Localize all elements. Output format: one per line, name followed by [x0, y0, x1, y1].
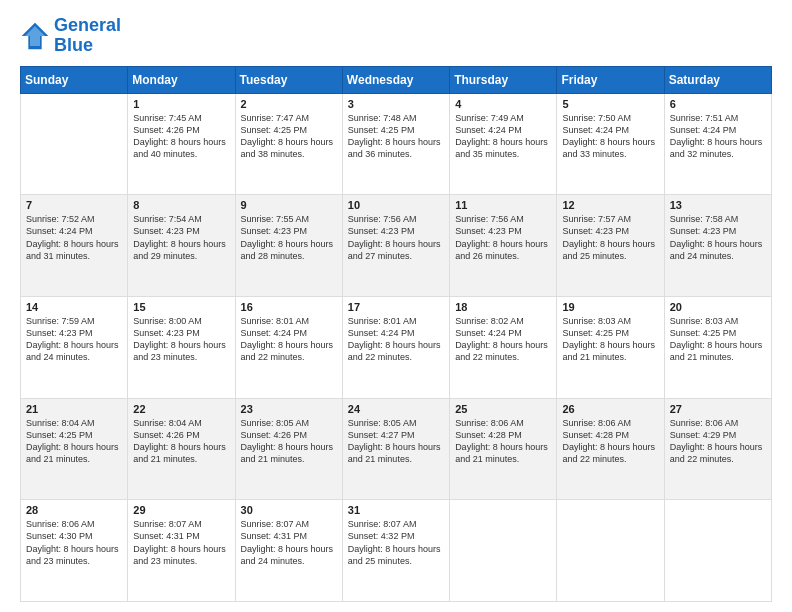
calendar-cell: 18Sunrise: 8:02 AMSunset: 4:24 PMDayligh… — [450, 296, 557, 398]
calendar-cell: 17Sunrise: 8:01 AMSunset: 4:24 PMDayligh… — [342, 296, 449, 398]
day-info: Sunrise: 8:05 AMSunset: 4:26 PMDaylight:… — [241, 417, 337, 466]
day-info: Sunrise: 8:07 AMSunset: 4:31 PMDaylight:… — [133, 518, 229, 567]
day-number: 30 — [241, 504, 337, 516]
day-number: 19 — [562, 301, 658, 313]
day-info: Sunrise: 8:07 AMSunset: 4:31 PMDaylight:… — [241, 518, 337, 567]
day-info: Sunrise: 8:03 AMSunset: 4:25 PMDaylight:… — [670, 315, 766, 364]
day-info: Sunrise: 8:05 AMSunset: 4:27 PMDaylight:… — [348, 417, 444, 466]
calendar-cell: 22Sunrise: 8:04 AMSunset: 4:26 PMDayligh… — [128, 398, 235, 500]
calendar-cell: 9Sunrise: 7:55 AMSunset: 4:23 PMDaylight… — [235, 195, 342, 297]
day-number: 18 — [455, 301, 551, 313]
calendar-cell: 8Sunrise: 7:54 AMSunset: 4:23 PMDaylight… — [128, 195, 235, 297]
calendar-cell: 30Sunrise: 8:07 AMSunset: 4:31 PMDayligh… — [235, 500, 342, 602]
day-number: 15 — [133, 301, 229, 313]
svg-marker-1 — [25, 26, 45, 46]
calendar-cell: 2Sunrise: 7:47 AMSunset: 4:25 PMDaylight… — [235, 93, 342, 195]
weekday-header-friday: Friday — [557, 66, 664, 93]
day-number: 31 — [348, 504, 444, 516]
logo-text: General Blue — [54, 16, 121, 56]
day-number: 8 — [133, 199, 229, 211]
day-number: 22 — [133, 403, 229, 415]
day-number: 12 — [562, 199, 658, 211]
calendar-cell: 23Sunrise: 8:05 AMSunset: 4:26 PMDayligh… — [235, 398, 342, 500]
day-number: 16 — [241, 301, 337, 313]
calendar-cell: 5Sunrise: 7:50 AMSunset: 4:24 PMDaylight… — [557, 93, 664, 195]
weekday-header-monday: Monday — [128, 66, 235, 93]
calendar-cell: 24Sunrise: 8:05 AMSunset: 4:27 PMDayligh… — [342, 398, 449, 500]
calendar-cell: 28Sunrise: 8:06 AMSunset: 4:30 PMDayligh… — [21, 500, 128, 602]
day-info: Sunrise: 8:06 AMSunset: 4:28 PMDaylight:… — [562, 417, 658, 466]
calendar-cell: 3Sunrise: 7:48 AMSunset: 4:25 PMDaylight… — [342, 93, 449, 195]
day-info: Sunrise: 8:04 AMSunset: 4:26 PMDaylight:… — [133, 417, 229, 466]
weekday-header-sunday: Sunday — [21, 66, 128, 93]
day-info: Sunrise: 7:55 AMSunset: 4:23 PMDaylight:… — [241, 213, 337, 262]
calendar-cell — [450, 500, 557, 602]
day-info: Sunrise: 8:01 AMSunset: 4:24 PMDaylight:… — [241, 315, 337, 364]
day-info: Sunrise: 7:50 AMSunset: 4:24 PMDaylight:… — [562, 112, 658, 161]
calendar-cell: 20Sunrise: 8:03 AMSunset: 4:25 PMDayligh… — [664, 296, 771, 398]
calendar-cell: 11Sunrise: 7:56 AMSunset: 4:23 PMDayligh… — [450, 195, 557, 297]
calendar-cell: 26Sunrise: 8:06 AMSunset: 4:28 PMDayligh… — [557, 398, 664, 500]
calendar-cell: 1Sunrise: 7:45 AMSunset: 4:26 PMDaylight… — [128, 93, 235, 195]
calendar-cell: 15Sunrise: 8:00 AMSunset: 4:23 PMDayligh… — [128, 296, 235, 398]
logo: General Blue — [20, 16, 121, 56]
calendar-cell: 12Sunrise: 7:57 AMSunset: 4:23 PMDayligh… — [557, 195, 664, 297]
day-number: 25 — [455, 403, 551, 415]
day-number: 20 — [670, 301, 766, 313]
day-number: 28 — [26, 504, 122, 516]
day-number: 10 — [348, 199, 444, 211]
day-number: 13 — [670, 199, 766, 211]
day-info: Sunrise: 8:04 AMSunset: 4:25 PMDaylight:… — [26, 417, 122, 466]
calendar-cell: 13Sunrise: 7:58 AMSunset: 4:23 PMDayligh… — [664, 195, 771, 297]
day-info: Sunrise: 7:57 AMSunset: 4:23 PMDaylight:… — [562, 213, 658, 262]
calendar-cell: 19Sunrise: 8:03 AMSunset: 4:25 PMDayligh… — [557, 296, 664, 398]
day-info: Sunrise: 7:54 AMSunset: 4:23 PMDaylight:… — [133, 213, 229, 262]
day-info: Sunrise: 7:51 AMSunset: 4:24 PMDaylight:… — [670, 112, 766, 161]
day-info: Sunrise: 8:06 AMSunset: 4:29 PMDaylight:… — [670, 417, 766, 466]
weekday-header-thursday: Thursday — [450, 66, 557, 93]
calendar-cell: 10Sunrise: 7:56 AMSunset: 4:23 PMDayligh… — [342, 195, 449, 297]
day-number: 29 — [133, 504, 229, 516]
calendar-table: SundayMondayTuesdayWednesdayThursdayFrid… — [20, 66, 772, 602]
calendar-cell: 14Sunrise: 7:59 AMSunset: 4:23 PMDayligh… — [21, 296, 128, 398]
day-info: Sunrise: 7:47 AMSunset: 4:25 PMDaylight:… — [241, 112, 337, 161]
calendar-cell: 25Sunrise: 8:06 AMSunset: 4:28 PMDayligh… — [450, 398, 557, 500]
calendar-week-1: 1Sunrise: 7:45 AMSunset: 4:26 PMDaylight… — [21, 93, 772, 195]
weekday-header-wednesday: Wednesday — [342, 66, 449, 93]
calendar-week-5: 28Sunrise: 8:06 AMSunset: 4:30 PMDayligh… — [21, 500, 772, 602]
day-info: Sunrise: 8:03 AMSunset: 4:25 PMDaylight:… — [562, 315, 658, 364]
logo-icon — [20, 21, 50, 51]
day-number: 5 — [562, 98, 658, 110]
day-number: 6 — [670, 98, 766, 110]
day-info: Sunrise: 7:58 AMSunset: 4:23 PMDaylight:… — [670, 213, 766, 262]
calendar-cell: 21Sunrise: 8:04 AMSunset: 4:25 PMDayligh… — [21, 398, 128, 500]
weekday-header-saturday: Saturday — [664, 66, 771, 93]
calendar-week-4: 21Sunrise: 8:04 AMSunset: 4:25 PMDayligh… — [21, 398, 772, 500]
day-number: 1 — [133, 98, 229, 110]
day-number: 21 — [26, 403, 122, 415]
day-info: Sunrise: 7:56 AMSunset: 4:23 PMDaylight:… — [455, 213, 551, 262]
calendar-week-3: 14Sunrise: 7:59 AMSunset: 4:23 PMDayligh… — [21, 296, 772, 398]
day-number: 9 — [241, 199, 337, 211]
header: General Blue — [20, 16, 772, 56]
calendar-cell: 27Sunrise: 8:06 AMSunset: 4:29 PMDayligh… — [664, 398, 771, 500]
calendar-cell: 7Sunrise: 7:52 AMSunset: 4:24 PMDaylight… — [21, 195, 128, 297]
day-number: 3 — [348, 98, 444, 110]
day-number: 11 — [455, 199, 551, 211]
day-info: Sunrise: 7:59 AMSunset: 4:23 PMDaylight:… — [26, 315, 122, 364]
weekday-header-row: SundayMondayTuesdayWednesdayThursdayFrid… — [21, 66, 772, 93]
calendar-cell: 16Sunrise: 8:01 AMSunset: 4:24 PMDayligh… — [235, 296, 342, 398]
calendar-week-2: 7Sunrise: 7:52 AMSunset: 4:24 PMDaylight… — [21, 195, 772, 297]
day-info: Sunrise: 7:45 AMSunset: 4:26 PMDaylight:… — [133, 112, 229, 161]
day-info: Sunrise: 7:56 AMSunset: 4:23 PMDaylight:… — [348, 213, 444, 262]
day-number: 7 — [26, 199, 122, 211]
page: General Blue SundayMondayTuesdayWednesda… — [0, 0, 792, 612]
day-number: 17 — [348, 301, 444, 313]
calendar-cell: 4Sunrise: 7:49 AMSunset: 4:24 PMDaylight… — [450, 93, 557, 195]
calendar-cell — [21, 93, 128, 195]
calendar-cell — [664, 500, 771, 602]
day-info: Sunrise: 8:06 AMSunset: 4:30 PMDaylight:… — [26, 518, 122, 567]
calendar-cell — [557, 500, 664, 602]
day-number: 14 — [26, 301, 122, 313]
calendar-cell: 29Sunrise: 8:07 AMSunset: 4:31 PMDayligh… — [128, 500, 235, 602]
